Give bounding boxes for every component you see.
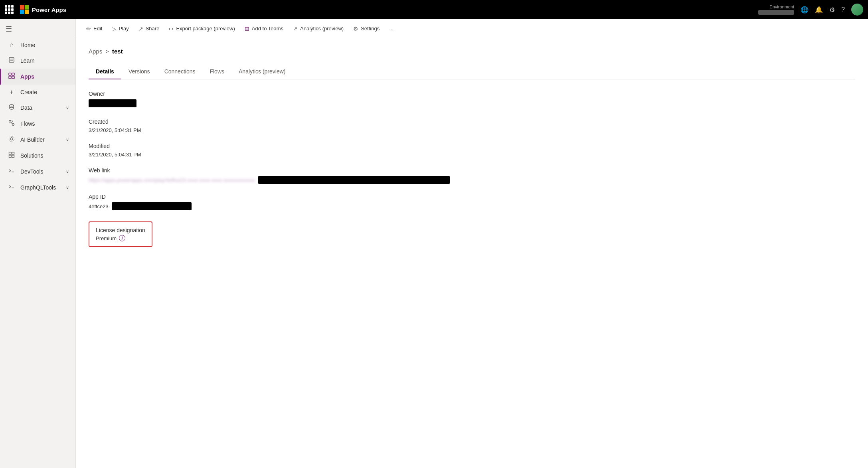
sidebar-item-label-learn: Learn — [20, 57, 35, 64]
appid-container: 4effce23- — [89, 202, 855, 210]
avatar[interactable] — [851, 4, 863, 16]
share-icon: ↗ — [138, 26, 143, 32]
globe-icon[interactable]: 🌐 — [801, 6, 809, 14]
sidebar-item-label-apps: Apps — [20, 73, 34, 80]
environment-value — [758, 10, 794, 15]
data-chevron-icon: ∨ — [66, 105, 69, 111]
home-icon: ⌂ — [8, 41, 16, 49]
weblink-value-blurred[interactable]: https://apps.powerapps.com/play/4effce23… — [89, 177, 255, 183]
sidebar-item-label-flows: Flows — [20, 120, 35, 127]
sidebar-item-apps[interactable]: Apps — [0, 69, 75, 85]
svg-rect-12 — [9, 152, 12, 155]
solutions-icon — [8, 152, 16, 160]
graphqltools-chevron-icon: ∨ — [66, 185, 69, 190]
sidebar-item-learn[interactable]: Learn — [0, 53, 75, 69]
owner-field: Owner — [89, 91, 855, 109]
learn-icon — [8, 57, 16, 65]
owner-label: Owner — [89, 91, 855, 97]
export-button[interactable]: ↦ Export package (preview) — [165, 23, 239, 34]
sidebar-item-flows[interactable]: Flows — [0, 116, 75, 132]
license-designation-box: License designation Premium i — [89, 221, 152, 247]
tab-analytics[interactable]: Analytics (preview) — [231, 64, 293, 79]
created-label: Created — [89, 118, 855, 125]
settings-icon[interactable]: ⚙ — [829, 6, 835, 14]
breadcrumb-apps[interactable]: Apps — [89, 48, 102, 55]
svg-point-11 — [9, 136, 14, 142]
breadcrumb: Apps > test — [89, 48, 855, 55]
svg-rect-13 — [12, 152, 14, 155]
modified-field: Modified 3/21/2020, 5:04:31 PM — [89, 143, 855, 158]
breadcrumb-separator: > — [105, 48, 109, 55]
add-to-teams-button[interactable]: ⊞ Add to Teams — [241, 23, 287, 34]
weblink-field: Web link https://apps.powerapps.com/play… — [89, 167, 855, 184]
license-value-container: Premium i — [96, 235, 145, 241]
svg-rect-14 — [9, 155, 12, 158]
ai-builder-icon — [8, 136, 16, 144]
sidebar-item-label-devtools: DevTools — [20, 168, 43, 175]
settings-button[interactable]: ⚙ Settings — [349, 23, 384, 34]
sidebar-item-home[interactable]: ⌂ Home — [0, 38, 75, 53]
sidebar-item-devtools[interactable]: DevTools ∨ — [0, 164, 75, 180]
page-content: Apps > test Details Versions Connections… — [76, 38, 868, 468]
sidebar-item-label-solutions: Solutions — [20, 152, 43, 159]
sidebar-item-label-home: Home — [20, 42, 35, 48]
sidebar-item-graphqltools[interactable]: GraphQLTools ∨ — [0, 180, 75, 195]
tab-versions[interactable]: Versions — [121, 64, 157, 79]
waffle-menu[interactable] — [5, 5, 14, 14]
tabs-container: Details Versions Connections Flows Analy… — [89, 64, 855, 79]
owner-value-redacted — [89, 99, 136, 107]
breadcrumb-current: test — [112, 48, 123, 55]
svg-rect-5 — [9, 76, 11, 79]
brand-name: Power Apps — [32, 6, 66, 13]
data-icon — [8, 104, 16, 112]
modified-label: Modified — [89, 143, 855, 149]
devtools-chevron-icon: ∨ — [66, 169, 69, 174]
ai-builder-chevron-icon: ∨ — [66, 137, 69, 142]
tab-connections[interactable]: Connections — [157, 64, 203, 79]
weblink-redacted — [258, 176, 450, 184]
main-layout: ☰ ⌂ Home Learn Apps + Create Data — [0, 19, 868, 468]
apps-icon — [8, 73, 16, 81]
play-icon: ▷ — [112, 26, 116, 32]
play-button[interactable]: ▷ Play — [108, 23, 132, 34]
microsoft-logo — [20, 5, 29, 14]
sidebar-item-ai-builder[interactable]: AI Builder ∨ — [0, 132, 75, 148]
help-icon[interactable]: ? — [841, 6, 845, 13]
hamburger-menu[interactable]: ☰ — [0, 21, 75, 38]
settings-btn-icon: ⚙ — [353, 26, 358, 32]
tab-details[interactable]: Details — [89, 64, 121, 79]
edit-button[interactable]: ✏ Edit — [82, 23, 106, 34]
weblink-container: https://apps.powerapps.com/play/4effce23… — [89, 176, 855, 184]
notification-icon[interactable]: 🔔 — [815, 6, 823, 14]
tab-flows[interactable]: Flows — [202, 64, 231, 79]
sidebar-item-solutions[interactable]: Solutions — [0, 148, 75, 164]
svg-rect-4 — [12, 73, 14, 75]
appid-prefix: 4effce23- — [89, 203, 110, 209]
svg-rect-15 — [12, 155, 14, 158]
top-navigation: Power Apps Environment 🌐 🔔 ⚙ ? — [0, 0, 868, 19]
more-button[interactable]: ... — [385, 23, 397, 34]
sidebar-item-label-create: Create — [20, 89, 37, 95]
svg-rect-3 — [9, 73, 11, 75]
sidebar-item-data[interactable]: Data ∨ — [0, 100, 75, 116]
modified-value: 3/21/2020, 5:04:31 PM — [89, 152, 855, 158]
toolbar: ✏ Edit ▷ Play ↗ Share ↦ Export package (… — [76, 19, 868, 38]
sidebar-item-create[interactable]: + Create — [0, 85, 75, 100]
brand-logo[interactable]: Power Apps — [20, 5, 66, 14]
sidebar: ☰ ⌂ Home Learn Apps + Create Data — [0, 19, 76, 468]
created-field: Created 3/21/2020, 5:04:31 PM — [89, 118, 855, 133]
sidebar-item-label-ai-builder: AI Builder — [20, 136, 45, 143]
share-button[interactable]: ↗ Share — [134, 23, 164, 34]
svg-rect-0 — [9, 57, 14, 62]
edit-icon: ✏ — [86, 26, 91, 32]
appid-redacted — [112, 202, 192, 210]
license-info-icon[interactable]: i — [119, 235, 125, 241]
analytics-button[interactable]: ↗ Analytics (preview) — [289, 23, 348, 34]
content-area: ✏ Edit ▷ Play ↗ Share ↦ Export package (… — [76, 19, 868, 468]
environment-section[interactable]: Environment — [758, 4, 794, 15]
weblink-label: Web link — [89, 167, 855, 174]
svg-point-7 — [10, 105, 14, 106]
flows-icon — [8, 120, 16, 128]
analytics-icon: ↗ — [293, 26, 298, 32]
license-value-text: Premium — [96, 235, 117, 241]
